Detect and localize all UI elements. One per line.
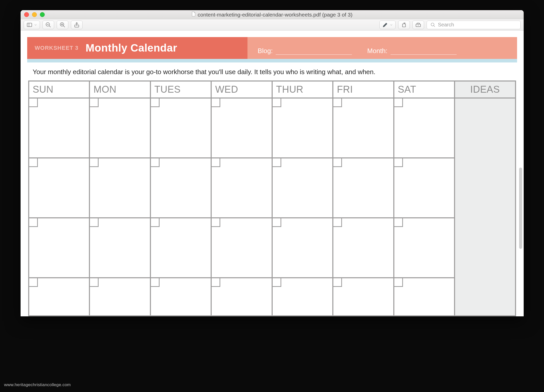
- day-header-fri: FRI: [333, 81, 394, 98]
- svg-line-3: [49, 26, 51, 27]
- vertical-scrollbar[interactable]: [519, 168, 522, 249]
- date-box: [273, 158, 281, 167]
- search-placeholder: Search: [438, 22, 454, 28]
- day-header-wed: WED: [211, 81, 272, 98]
- svg-rect-0: [27, 23, 32, 27]
- watermark-text: www.heritagechristiancollege.com: [4, 382, 71, 387]
- window-controls: [21, 12, 45, 17]
- day-header-sun: SUN: [29, 81, 90, 98]
- rotate-button[interactable]: [398, 21, 410, 29]
- blog-underline: [276, 54, 352, 55]
- date-box: [394, 218, 403, 227]
- worksheet-number: WORKSHEET 3: [35, 45, 79, 51]
- date-box: [90, 218, 99, 227]
- zoom-in-button[interactable]: [57, 21, 68, 29]
- day-header-sat: SAT: [394, 81, 455, 98]
- svg-line-14: [433, 25, 435, 27]
- date-box: [29, 278, 38, 287]
- calendar-row: [29, 278, 516, 316]
- window-title: content-marketing-editorial-calendar-wor…: [21, 11, 524, 18]
- calendar-cell: [29, 158, 90, 218]
- banner-left: WORKSHEET 3 Monthly Calendar: [27, 37, 248, 59]
- calendar-row: [29, 158, 516, 218]
- month-label: Month:: [367, 47, 387, 55]
- blog-label: Blog:: [258, 47, 273, 55]
- document-viewport: WORKSHEET 3 Monthly Calendar Blog: Month…: [21, 30, 524, 316]
- date-box: [151, 278, 160, 287]
- calendar-cell: [333, 218, 394, 278]
- markup-button[interactable]: [379, 21, 396, 29]
- calendar-cell: [211, 98, 272, 158]
- date-box: [29, 218, 38, 227]
- calendar-cell: [272, 98, 333, 158]
- banner-accent-strip: [27, 59, 517, 62]
- date-box: [394, 99, 403, 107]
- date-box: [29, 99, 38, 107]
- zoom-out-button[interactable]: [42, 21, 54, 29]
- inspector-button[interactable]: [412, 21, 424, 29]
- calendar-cell: [89, 218, 150, 278]
- date-box: [333, 218, 342, 227]
- day-header-mon: MON: [89, 81, 150, 98]
- intro-text: Your monthly editorial calendar is your …: [27, 62, 517, 78]
- ideas-column: [455, 98, 516, 316]
- calendar-row: [29, 218, 516, 278]
- calendar-cell: [29, 98, 90, 158]
- calendar-cell: [29, 278, 90, 316]
- svg-line-6: [63, 26, 65, 27]
- date-box: [90, 99, 99, 107]
- calendar-cell: [394, 278, 455, 316]
- calendar-cell: [272, 218, 333, 278]
- sidebar-toggle-button[interactable]: [24, 21, 40, 29]
- window-title-text: content-marketing-editorial-calendar-wor…: [198, 12, 352, 18]
- worksheet-title: Monthly Calendar: [86, 42, 177, 54]
- calendar-row: [29, 98, 516, 158]
- calendar-grid: SUN MON TUES WED THUR FRI SAT IDEAS: [27, 78, 517, 316]
- calendar-cell: [333, 98, 394, 158]
- search-field[interactable]: Search: [427, 21, 521, 29]
- calendar-cell: [211, 218, 272, 278]
- svg-rect-10: [402, 24, 406, 27]
- date-box: [394, 278, 403, 287]
- date-box: [151, 158, 160, 167]
- calendar-cell: [89, 158, 150, 218]
- close-window-button[interactable]: [24, 12, 29, 17]
- svg-rect-11: [416, 24, 421, 27]
- date-box: [333, 99, 342, 107]
- date-box: [333, 158, 342, 167]
- date-box: [333, 278, 342, 287]
- document-icon: [192, 11, 196, 18]
- pdf-page: WORKSHEET 3 Monthly Calendar Blog: Month…: [27, 37, 517, 316]
- calendar-cell: [272, 278, 333, 316]
- month-underline: [391, 54, 457, 55]
- calendar-cell: [394, 98, 455, 158]
- calendar-cell: [150, 98, 211, 158]
- date-box: [212, 99, 220, 107]
- titlebar: content-marketing-editorial-calendar-wor…: [21, 10, 524, 19]
- date-box: [29, 158, 38, 167]
- svg-point-13: [431, 23, 434, 26]
- fullscreen-window-button[interactable]: [40, 12, 45, 17]
- calendar-cell: [29, 218, 90, 278]
- day-header-thur: THUR: [272, 81, 333, 98]
- day-header-tues: TUES: [150, 81, 211, 98]
- date-box: [151, 99, 160, 107]
- share-button[interactable]: [71, 21, 83, 29]
- calendar-cell: [333, 158, 394, 218]
- calendar-cell: [333, 278, 394, 316]
- calendar-cell: [394, 158, 455, 218]
- date-box: [394, 158, 403, 167]
- month-field: Month:: [367, 47, 457, 55]
- blog-field: Blog:: [258, 47, 352, 55]
- date-box: [212, 218, 220, 227]
- date-box: [212, 158, 220, 167]
- ideas-header: IDEAS: [455, 81, 516, 98]
- minimize-window-button[interactable]: [32, 12, 37, 17]
- date-box: [151, 218, 160, 227]
- date-box: [212, 278, 220, 287]
- calendar-cell: [150, 158, 211, 218]
- date-box: [273, 99, 281, 107]
- calendar-cell: [150, 278, 211, 316]
- banner-right: Blog: Month:: [247, 37, 517, 59]
- worksheet-banner: WORKSHEET 3 Monthly Calendar Blog: Month…: [27, 37, 517, 59]
